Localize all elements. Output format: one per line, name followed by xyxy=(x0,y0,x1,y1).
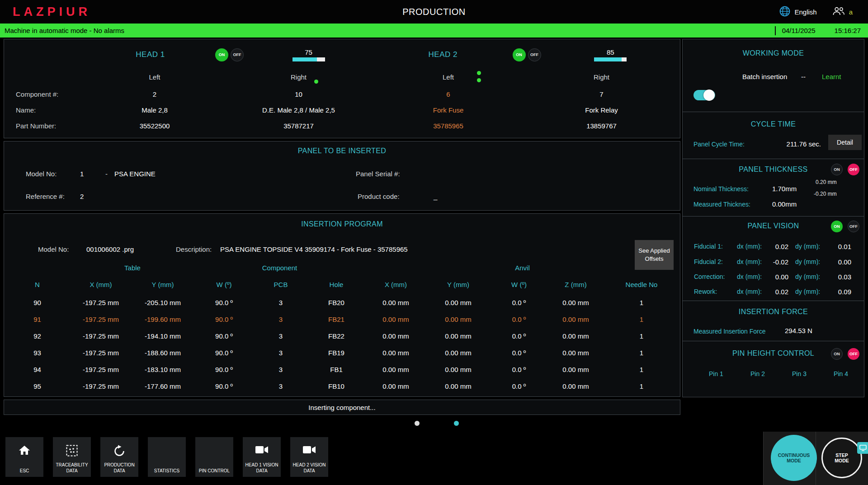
fiducial2-row: Fiducial 2: dx (mm): -0.02 dy (mm): 0.00 xyxy=(683,257,864,266)
cell: 1 xyxy=(603,378,680,395)
cycle-time-title: CYCLE TIME xyxy=(683,120,864,128)
cell: 90.0 º xyxy=(194,361,254,378)
panel-thickness-section: PANEL THICKNESS ON OFF Nominal Thickness… xyxy=(683,159,864,217)
screen-icon[interactable] xyxy=(857,442,868,454)
col-header-w1: W (º) xyxy=(194,274,254,294)
head2-left-label: Left xyxy=(373,67,523,86)
cell: 90.0 º xyxy=(194,328,254,344)
machine-status-bar: Machine in automatic mode - No alarms 04… xyxy=(0,24,868,38)
group-header-anvil: Anvil xyxy=(365,261,680,274)
panel-serial-label: Panel Serial #: xyxy=(356,170,400,178)
dy-label: dy (mm): xyxy=(795,258,826,265)
cell: 1 xyxy=(603,361,680,378)
page-indicator-dot-1[interactable] xyxy=(415,421,420,426)
language-label: English xyxy=(794,8,816,16)
measured-insertion-force-label: Measured Insertion Force xyxy=(693,328,766,335)
pin-height-section: PIN HEIGHT CONTROL ON OFF Pin 1 Pin 2 Pi… xyxy=(683,341,864,397)
head1-off-button[interactable]: OFF xyxy=(231,48,244,61)
traceability-data-button[interactable]: TRACEABILITY DATA xyxy=(53,437,91,477)
cell: 3 xyxy=(254,294,308,311)
col-header-z: Z (mm) xyxy=(548,274,603,294)
panel-thickness-off-button[interactable]: OFF xyxy=(848,164,859,175)
cell: -197.25 mm xyxy=(71,294,131,311)
rework-label: Rework: xyxy=(694,288,737,295)
statistics-button[interactable]: STATISTICS xyxy=(148,437,186,477)
cycle-time-detail-button[interactable]: Detail xyxy=(828,135,862,150)
panel-cycle-time-value: 211.76 sec. xyxy=(764,140,821,148)
cell: 0.00 mm xyxy=(548,311,603,328)
head1-on-button[interactable]: ON xyxy=(215,48,228,61)
name-h1-right: D.E. Male 2,8 / Male 2,5 xyxy=(224,102,373,118)
insertion-force-section: INSERTION FORCE Measured Insertion Force… xyxy=(683,301,864,341)
col-header-w2: W (º) xyxy=(490,274,548,294)
dx-label: dx (mm): xyxy=(737,243,765,250)
camera-icon xyxy=(302,445,316,457)
panel-vision-section: PANEL VISION ON OFF Fiducial 1: dx (mm):… xyxy=(683,217,864,301)
cell: 3 xyxy=(254,328,308,344)
cell: 3 xyxy=(254,361,308,378)
cell: 0.0 º xyxy=(490,361,548,378)
cell: 0.00 mm xyxy=(548,378,603,395)
fiducial1-dx: 0.02 xyxy=(765,243,788,250)
head2-off-button[interactable]: OFF xyxy=(528,48,541,61)
pin-height-off-button[interactable]: OFF xyxy=(848,348,859,360)
col-header-y2: Y (mm) xyxy=(427,274,490,294)
production-data-button[interactable]: PRODUCTION DATA xyxy=(100,437,138,477)
cell: FB10 xyxy=(308,378,365,395)
head1-value: 75 xyxy=(305,48,312,56)
correction-dy: 0.03 xyxy=(826,273,851,281)
correction-row: Correction: dx (mm): 0.00 dy (mm): 0.03 xyxy=(683,272,864,281)
users-icon xyxy=(832,7,845,17)
cell: -197.25 mm xyxy=(71,361,131,378)
home-icon xyxy=(18,445,31,457)
step-mode-button[interactable]: STEP MODE xyxy=(821,438,862,478)
cell: 0.00 mm xyxy=(427,378,490,395)
rework-dy: 0.09 xyxy=(826,288,851,296)
page-title: PRODUCTION xyxy=(402,7,465,17)
status-message: Machine in automatic mode - No alarms xyxy=(5,27,124,34)
fiducial2-dx: -0.02 xyxy=(765,258,788,266)
refresh-icon xyxy=(113,445,126,459)
head1-left-label: Left xyxy=(85,67,224,86)
batch-insertion-toggle[interactable] xyxy=(693,90,715,100)
working-mode-section: WORKING MODE Batch insertion -- Learnt xyxy=(683,39,864,112)
esc-button[interactable]: ESC xyxy=(5,437,43,477)
panel-vision-off-button[interactable]: OFF xyxy=(848,221,859,232)
cell: 0.00 mm xyxy=(427,328,490,344)
group-header-component: Component xyxy=(194,261,365,274)
cell: 1 xyxy=(603,344,680,361)
cell: -199.60 mm xyxy=(131,311,194,328)
part-number-h1-right: 35787217 xyxy=(224,118,373,134)
head1-vision-data-button[interactable]: HEAD 1 VISION DATA xyxy=(243,437,281,477)
col-header-hole: Hole xyxy=(308,274,365,294)
panel-to-insert-section: PANEL TO BE INSERTED Model No: 1 - PSA E… xyxy=(4,141,680,211)
dy-label: dy (mm): xyxy=(795,288,826,295)
user-menu[interactable]: a xyxy=(832,7,853,17)
panel-thickness-on-button[interactable]: ON xyxy=(831,164,843,175)
fiducial2-dy: 0.00 xyxy=(826,258,851,266)
pin-height-on-button[interactable]: ON xyxy=(831,348,843,360)
language-selector[interactable]: English xyxy=(779,6,816,18)
head1-right-label: Right xyxy=(224,67,373,86)
cell: 3 xyxy=(254,311,308,328)
pin-control-button[interactable]: PIN CONTROL xyxy=(195,437,233,477)
measured-insertion-force-value: 294.53 N xyxy=(785,327,812,334)
head2-vision-data-button[interactable]: HEAD 2 VISION DATA xyxy=(290,437,328,477)
working-mode-title: WORKING MODE xyxy=(683,49,864,57)
cell: 0.00 mm xyxy=(365,344,427,361)
head2-progress-bar xyxy=(594,57,627,61)
head1-title: HEAD 1 xyxy=(85,50,215,59)
cell: 0.00 mm xyxy=(427,344,490,361)
working-mode-value: -- xyxy=(801,73,806,80)
page-indicator-dot-2[interactable] xyxy=(454,421,459,426)
continuous-mode-button[interactable]: CONTINUOUS MODE xyxy=(771,435,817,481)
cell: -197.25 mm xyxy=(71,328,131,344)
cell: 0.00 mm xyxy=(427,294,490,311)
cell: 0.00 mm xyxy=(548,344,603,361)
panel-cycle-time-label: Panel Cycle Time: xyxy=(693,141,745,148)
col-header-x2: X (mm) xyxy=(365,274,427,294)
head2-on-button[interactable]: ON xyxy=(513,48,526,61)
panel-vision-on-button[interactable]: ON xyxy=(831,221,843,232)
name-h1-left: Male 2,8 xyxy=(85,102,224,118)
dx-label: dx (mm): xyxy=(737,273,765,280)
